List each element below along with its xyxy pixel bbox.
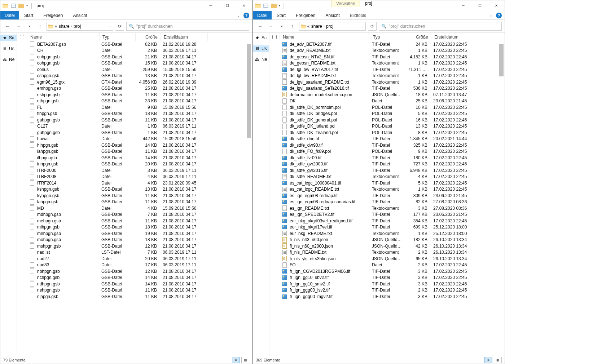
table-row[interactable]: emhpgn.gsbGSB-Datei25 KB21.08.2010 04:17 [17, 85, 252, 92]
help-icon[interactable]: ? [243, 13, 249, 18]
select-all-checkbox[interactable] [272, 35, 277, 39]
file-name-cell[interactable]: ndhpgn.gsb [26, 281, 98, 287]
table-row[interactable]: es_ign_egm08-rednap-canarias.tifTIF-Date… [269, 199, 505, 205]
file-list[interactable]: BETA2007.gsbGSB-Datei82 KB21.02.2018 19:… [17, 41, 252, 356]
table-row[interactable]: ITRF2014Datei4 KB23.01.2020 09:45 [17, 180, 252, 186]
refresh-button[interactable]: ⟳ [368, 22, 377, 31]
table-row[interactable]: eur_nkg_README.txtTextdokument1 KB25.12.… [269, 230, 505, 237]
file-name-cell[interactable]: de_lgl_bw_BWTA2017.tif [279, 67, 369, 72]
navpane-item[interactable]: 🖥Us [0, 45, 17, 52]
table-row[interactable]: de_adv_README.txtTextdokument1 KB17.02.2… [269, 48, 505, 54]
crumb-proj[interactable]: proj [74, 24, 81, 29]
table-row[interactable]: es_ign_SPED2ETV2.tifTIF-Datei177 KB23.06… [269, 212, 505, 218]
file-name-cell[interactable]: DK [279, 98, 369, 104]
col-date[interactable]: Erstelldatum [161, 33, 208, 41]
file-name-cell[interactable]: ITRF2014 [26, 180, 98, 186]
file-name-cell[interactable]: eur_nkg_nkgrf17vel.tif [279, 224, 369, 230]
view-details-button[interactable]: ≡ [232, 357, 240, 363]
table-row[interactable]: fr_ign_ggg00_lsv2.tifTIF-Datei2 KB17.02.… [269, 287, 505, 294]
file-name-cell[interactable]: dk_sdfe_DK_bridges.pol [279, 111, 369, 116]
file-name-cell[interactable]: eshpgn.gsb [26, 92, 98, 98]
nav-pane[interactable]: ★Sc 🖥Us 🖧Ne [253, 33, 269, 356]
navpane-item[interactable]: ★Sc [0, 35, 17, 41]
table-row[interactable]: MDDatei4 KB15.09.2018 15:56 [17, 205, 252, 212]
file-name-cell[interactable]: mehpgn.gsb [26, 218, 98, 224]
file-name-cell[interactable]: ITRF2000 [26, 168, 98, 173]
table-row[interactable]: njhpgn.gsbGSB-Datei11 KB21.08.2010 04:17 [17, 293, 252, 300]
table-row[interactable]: dk_sdfe_dvr90.tifTIF-Datei325 KB17.02.20… [269, 142, 505, 148]
file-name-cell[interactable]: fi_nls_ykj_etrs35fin.json [279, 256, 369, 262]
file-name-cell[interactable]: dk_sdfe_dvr90.tif [279, 142, 369, 148]
file-name-cell[interactable]: flhpgn.gsb [26, 111, 98, 116]
table-row[interactable]: es_ign_README.txtTextdokument3 KB27.08.2… [269, 205, 505, 212]
table-row[interactable]: flhpgn.gsbGSB-Datei18 KB21.08.2010 04:17 [17, 111, 252, 117]
help-icon[interactable]: ? [496, 13, 502, 18]
crumb-pre[interactable]: « [55, 24, 57, 29]
history-dropdown-icon[interactable]: ▾ [277, 22, 286, 31]
file-name-cell[interactable]: es_ign_egm08-rednap-canarias.tif [279, 199, 369, 205]
file-name-cell[interactable]: cshpgn.gsb [26, 73, 98, 79]
file-name-cell[interactable]: BETA2007.gsb [26, 41, 98, 47]
table-row[interactable]: mihpgn.gsbGSB-Datei18 KB21.08.2010 04:17 [17, 224, 252, 231]
file-name-cell[interactable]: mihpgn.gsb [26, 224, 98, 230]
file-name-cell[interactable]: es_cat_icgc_100800401.tif [279, 180, 369, 186]
file-name-cell[interactable]: de_lgvl_saarland_README.txt [279, 79, 369, 85]
file-name-cell[interactable]: dk_sdfe_DK_zealand.pol [279, 130, 369, 136]
navpane-item[interactable]: 🖧Ne [253, 56, 269, 63]
table-row[interactable]: de_geosn_README.txtTextdokument1 KB17.02… [269, 60, 505, 67]
file-name-cell[interactable]: fr_ign_gg10_sbv2.tif [279, 275, 369, 280]
table-row[interactable]: es_cat_icgc_100800401.tifTIF-Datei5 KB17… [269, 180, 505, 186]
file-name-cell[interactable]: fi_nls_n60_n2000.json [279, 243, 369, 249]
col-date[interactable]: Erstelldatum [431, 33, 478, 41]
table-row[interactable]: ilhpgn.gsbGSB-Datei14 KB21.08.2010 04:17 [17, 155, 252, 161]
tab-view[interactable]: Ansicht [320, 11, 344, 19]
table-row[interactable]: deformation_model.schema.jsonJSON-Quelld… [269, 92, 505, 98]
back-button[interactable]: ← [3, 22, 12, 31]
col-type[interactable]: Typ [370, 33, 406, 41]
file-name-cell[interactable]: ilhpgn.gsb [26, 155, 98, 161]
file-name-cell[interactable]: guhpgn.gsb [26, 130, 98, 136]
table-row[interactable]: fi_nls_n43_n60.jsonJSON-Quelldatei182 KB… [269, 237, 505, 243]
table-row[interactable]: de_geosn_NTv2_SN.tifTIF-Datei4.152 KB17.… [269, 54, 505, 60]
file-name-cell[interactable]: de_adv_README.txt [279, 48, 369, 53]
file-name-cell[interactable]: mdhpgn.gsb [26, 212, 98, 217]
crumb-share[interactable]: share [311, 24, 322, 29]
back-button[interactable]: ← [256, 22, 264, 31]
col-name[interactable]: Name [280, 33, 370, 41]
table-row[interactable]: conusDatei259 KB15.09.2018 15:56 [17, 66, 252, 73]
maximize-button[interactable]: ☐ [471, 0, 488, 11]
table-row[interactable]: mdhpgn.gsbGSB-Datei7 KB21.08.2010 04:17 [17, 212, 252, 218]
crumb-share[interactable]: share [59, 24, 70, 29]
history-dropdown-icon[interactable]: ▾ [25, 22, 34, 31]
file-name-cell[interactable]: FL [26, 105, 98, 110]
file-name-cell[interactable]: njhpgn.gsb [26, 294, 98, 299]
address-bar[interactable]: « share › proj ⌄ [47, 22, 113, 31]
minimize-button[interactable]: ─ [202, 0, 219, 11]
tab-share[interactable]: Freigeben [38, 11, 68, 19]
file-name-cell[interactable]: dk_sdfe_fvr09.tif [279, 155, 369, 161]
view-details-button[interactable]: ≡ [484, 357, 492, 363]
file-name-cell[interactable]: ethpgn.gsb [26, 98, 98, 104]
file-name-cell[interactable]: fr_ign_ggg00_mgv2.tif [279, 294, 369, 299]
refresh-button[interactable]: ⟳ [115, 22, 124, 31]
file-name-cell[interactable]: gahpgn.gsb [26, 117, 98, 123]
search-box[interactable]: 🔍 "proj" durchsuchen [126, 22, 249, 31]
file-name-cell[interactable]: fr_ign_gg10_smv2.tif [279, 281, 369, 287]
file-name-cell[interactable]: lahpgn.gsb [26, 199, 98, 205]
col-checkbox[interactable] [269, 33, 280, 41]
table-row[interactable]: hihpgn.gsbGSB-Datei14 KB21.08.2010 04:17 [17, 142, 252, 148]
table-row[interactable]: mnhpgn.gsbGSB-Datei19 KB21.08.2010 04:17 [17, 230, 252, 237]
table-row[interactable]: fi_nls_ykj_etrs35fin.jsonJSON-Quelldatei… [269, 256, 505, 262]
tab-view[interactable]: Ansicht [68, 11, 92, 19]
table-row[interactable]: dk_sdfe_gvr2016.tifTIF-Datei6.948 KB17.0… [269, 167, 505, 174]
tab-file[interactable]: Datei [253, 11, 272, 19]
minimize-button[interactable]: ─ [455, 0, 471, 11]
tab-start[interactable]: Start [19, 11, 38, 19]
table-row[interactable]: inhpgn.gsbGSB-Datei20 KB21.08.2010 04:17 [17, 161, 252, 168]
table-row[interactable]: ethpgn.gsbGSB-Datei33 KB21.08.2010 04:17 [17, 98, 252, 105]
ribbon-expand-icon[interactable]: ⌄ [489, 13, 492, 17]
qat-dropdown-icon[interactable]: ▾ [279, 4, 280, 7]
file-name-cell[interactable]: dk_sdfe_DK_jutland.pol [279, 123, 369, 129]
table-row[interactable]: ITRF2008Datei4 KB06.03.2019 17:11 [17, 174, 252, 180]
file-name-cell[interactable]: iahpgn.gsb [26, 148, 98, 154]
